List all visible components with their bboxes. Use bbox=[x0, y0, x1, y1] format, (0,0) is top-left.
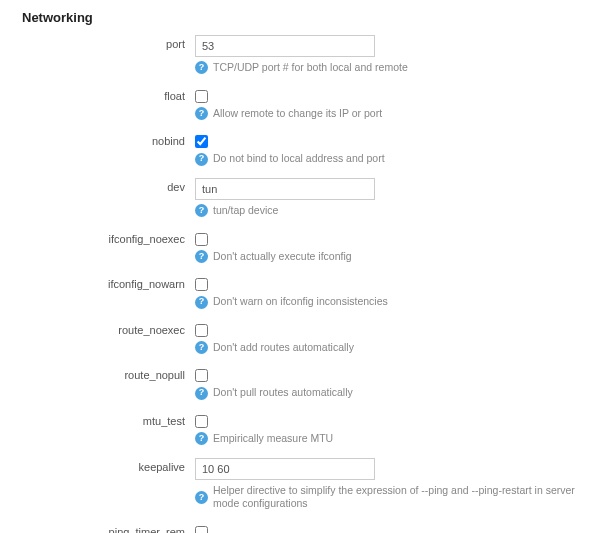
field-mtu-test: ? Empirically measure MTU bbox=[195, 412, 594, 446]
help-port: ? TCP/UDP port # for both local and remo… bbox=[195, 61, 594, 75]
help-route-nopull: ? Don't pull routes automatically bbox=[195, 386, 594, 400]
route-nopull-checkbox[interactable] bbox=[195, 369, 208, 382]
help-text-mtu-test: Empirically measure MTU bbox=[213, 432, 333, 446]
label-port: port bbox=[20, 35, 195, 50]
ifconfig-noexec-checkbox[interactable] bbox=[195, 233, 208, 246]
row-dev: dev ? tun/tap device bbox=[20, 178, 594, 218]
help-icon[interactable]: ? bbox=[195, 296, 208, 309]
help-icon[interactable]: ? bbox=[195, 61, 208, 74]
help-icon[interactable]: ? bbox=[195, 341, 208, 354]
help-text-nobind: Do not bind to local address and port bbox=[213, 152, 385, 166]
help-ifconfig-noexec: ? Don't actually execute ifconfig bbox=[195, 250, 594, 264]
help-text-port: TCP/UDP port # for both local and remote bbox=[213, 61, 408, 75]
float-checkbox[interactable] bbox=[195, 90, 208, 103]
row-float: float ? Allow remote to change its IP or… bbox=[20, 87, 594, 121]
help-text-dev: tun/tap device bbox=[213, 204, 278, 218]
field-route-noexec: ? Don't add routes automatically bbox=[195, 321, 594, 355]
field-port: ? TCP/UDP port # for both local and remo… bbox=[195, 35, 594, 75]
label-ifconfig-nowarn: ifconfig_nowarn bbox=[20, 275, 195, 290]
mtu-test-checkbox[interactable] bbox=[195, 415, 208, 428]
help-icon[interactable]: ? bbox=[195, 432, 208, 445]
row-ifconfig-noexec: ifconfig_noexec ? Don't actually execute… bbox=[20, 230, 594, 264]
section-title-networking: Networking bbox=[22, 10, 594, 25]
label-route-nopull: route_nopull bbox=[20, 366, 195, 381]
help-route-noexec: ? Don't add routes automatically bbox=[195, 341, 594, 355]
field-ping-timer-rem: ? Only process ping timeouts if routes e… bbox=[195, 523, 594, 533]
help-icon[interactable]: ? bbox=[195, 387, 208, 400]
port-input[interactable] bbox=[195, 35, 375, 57]
label-ifconfig-noexec: ifconfig_noexec bbox=[20, 230, 195, 245]
keepalive-input[interactable] bbox=[195, 458, 375, 480]
help-dev: ? tun/tap device bbox=[195, 204, 594, 218]
help-text-float: Allow remote to change its IP or port bbox=[213, 107, 382, 121]
field-nobind: ? Do not bind to local address and port bbox=[195, 132, 594, 166]
field-float: ? Allow remote to change its IP or port bbox=[195, 87, 594, 121]
nobind-checkbox[interactable] bbox=[195, 135, 208, 148]
help-icon[interactable]: ? bbox=[195, 107, 208, 120]
label-keepalive: keepalive bbox=[20, 458, 195, 473]
help-keepalive: ? Helper directive to simplify the expre… bbox=[195, 484, 594, 511]
row-route-noexec: route_noexec ? Don't add routes automati… bbox=[20, 321, 594, 355]
row-keepalive: keepalive ? Helper directive to simplify… bbox=[20, 458, 594, 511]
help-icon[interactable]: ? bbox=[195, 250, 208, 263]
label-ping-timer-rem: ping_timer_rem bbox=[20, 523, 195, 533]
field-keepalive: ? Helper directive to simplify the expre… bbox=[195, 458, 594, 511]
help-icon[interactable]: ? bbox=[195, 153, 208, 166]
help-ifconfig-nowarn: ? Don't warn on ifconfig inconsistencies bbox=[195, 295, 594, 309]
ifconfig-nowarn-checkbox[interactable] bbox=[195, 278, 208, 291]
row-ping-timer-rem: ping_timer_rem ? Only process ping timeo… bbox=[20, 523, 594, 533]
label-route-noexec: route_noexec bbox=[20, 321, 195, 336]
route-noexec-checkbox[interactable] bbox=[195, 324, 208, 337]
help-text-ifconfig-nowarn: Don't warn on ifconfig inconsistencies bbox=[213, 295, 388, 309]
help-mtu-test: ? Empirically measure MTU bbox=[195, 432, 594, 446]
label-nobind: nobind bbox=[20, 132, 195, 147]
row-nobind: nobind ? Do not bind to local address an… bbox=[20, 132, 594, 166]
row-port: port ? TCP/UDP port # for both local and… bbox=[20, 35, 594, 75]
row-route-nopull: route_nopull ? Don't pull routes automat… bbox=[20, 366, 594, 400]
help-nobind: ? Do not bind to local address and port bbox=[195, 152, 594, 166]
help-icon[interactable]: ? bbox=[195, 491, 208, 504]
help-text-ifconfig-noexec: Don't actually execute ifconfig bbox=[213, 250, 352, 264]
ping-timer-rem-checkbox[interactable] bbox=[195, 526, 208, 533]
help-icon[interactable]: ? bbox=[195, 204, 208, 217]
help-text-route-nopull: Don't pull routes automatically bbox=[213, 386, 353, 400]
field-dev: ? tun/tap device bbox=[195, 178, 594, 218]
field-ifconfig-nowarn: ? Don't warn on ifconfig inconsistencies bbox=[195, 275, 594, 309]
help-float: ? Allow remote to change its IP or port bbox=[195, 107, 594, 121]
row-mtu-test: mtu_test ? Empirically measure MTU bbox=[20, 412, 594, 446]
help-text-route-noexec: Don't add routes automatically bbox=[213, 341, 354, 355]
field-route-nopull: ? Don't pull routes automatically bbox=[195, 366, 594, 400]
label-mtu-test: mtu_test bbox=[20, 412, 195, 427]
label-float: float bbox=[20, 87, 195, 102]
field-ifconfig-noexec: ? Don't actually execute ifconfig bbox=[195, 230, 594, 264]
dev-input[interactable] bbox=[195, 178, 375, 200]
label-dev: dev bbox=[20, 178, 195, 193]
help-text-keepalive: Helper directive to simplify the express… bbox=[213, 484, 594, 511]
row-ifconfig-nowarn: ifconfig_nowarn ? Don't warn on ifconfig… bbox=[20, 275, 594, 309]
